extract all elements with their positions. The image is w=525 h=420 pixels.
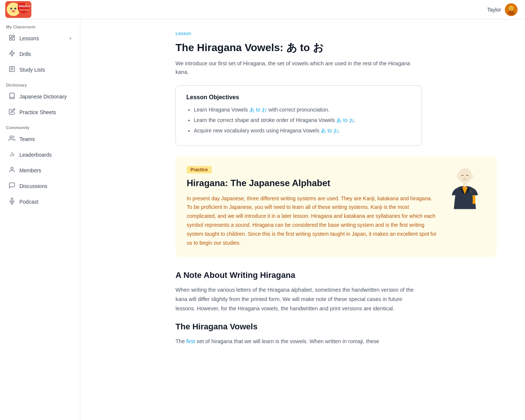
note-section-heading: A Note About Writing Hiragana bbox=[175, 270, 510, 280]
breadcrumb: Lesson bbox=[175, 31, 510, 36]
user-avatar[interactable] bbox=[505, 3, 518, 16]
monk-illustration bbox=[446, 166, 484, 211]
objective-item-2: Learn the correct shape and stroke order… bbox=[194, 116, 411, 124]
svg-rect-13 bbox=[9, 35, 11, 38]
practice-card-body: In present day Japanese, three different… bbox=[187, 194, 437, 248]
svg-text:NiHaNGo: NiHaNGo bbox=[19, 5, 30, 7]
discussions-icon bbox=[8, 182, 16, 190]
topnav-logo-area: NiHaNGo MASTER bbox=[0, 1, 80, 18]
sidebar-item-members[interactable]: Members bbox=[2, 163, 78, 178]
svg-point-12 bbox=[512, 7, 513, 8]
teams-icon bbox=[8, 135, 16, 143]
sidebar-item-podcast[interactable]: Podcast bbox=[2, 194, 78, 209]
sidebar-item-drills[interactable]: Drills bbox=[2, 47, 78, 62]
members-icon bbox=[8, 166, 16, 175]
sidebar-item-japanese-dictionary[interactable]: Japanese Dictionary bbox=[2, 89, 78, 104]
svg-rect-16 bbox=[9, 38, 11, 40]
objective-item-1: Learn Hiragana Vowels あ to お with correc… bbox=[194, 106, 411, 114]
japanese-dictionary-icon bbox=[8, 93, 16, 101]
svg-point-2 bbox=[15, 8, 16, 10]
objective-item-3: Acquire new vocabulary words using Hirag… bbox=[194, 127, 411, 135]
svg-point-1 bbox=[10, 8, 12, 10]
svg-rect-33 bbox=[463, 183, 467, 187]
podcast-icon bbox=[8, 198, 16, 206]
objectives-heading: Lesson Objectives bbox=[186, 94, 411, 101]
svg-point-22 bbox=[10, 136, 12, 138]
svg-point-26 bbox=[11, 167, 13, 169]
sidebar-item-discussions[interactable]: Discussions bbox=[2, 179, 78, 194]
lessons-icon bbox=[8, 34, 16, 43]
leaderboards-icon bbox=[8, 151, 16, 159]
svg-rect-14 bbox=[13, 35, 15, 37]
practice-badge: Practice bbox=[187, 166, 212, 173]
practice-card: Practice Hiragana: The Japanese Alphabet… bbox=[175, 156, 497, 257]
japanese-dictionary-label: Japanese Dictionary bbox=[19, 94, 67, 100]
svg-point-10 bbox=[509, 6, 513, 10]
sidebar: My Classroom Lessons ▾ Drills Study List… bbox=[0, 19, 80, 420]
practice-sheets-icon bbox=[8, 108, 16, 116]
sidebar-item-practice-sheets[interactable]: Practice Sheets bbox=[2, 105, 78, 120]
topnav-user-area: Taylor bbox=[487, 3, 518, 16]
sidebar-item-lessons[interactable]: Lessons ▾ bbox=[2, 31, 78, 46]
user-name-label: Taylor bbox=[487, 7, 501, 13]
discussions-label: Discussions bbox=[19, 183, 47, 189]
vowels-section-heading: The Hiragana Vowels bbox=[175, 322, 510, 332]
practice-card-image bbox=[444, 166, 485, 211]
lessons-label: Lessons bbox=[19, 35, 39, 41]
svg-point-11 bbox=[510, 7, 511, 8]
practice-card-title: Hiragana: The Japanese Alphabet bbox=[187, 177, 437, 189]
drills-label: Drills bbox=[19, 51, 31, 57]
sidebar-section-my-classroom: My Classroom bbox=[0, 19, 80, 31]
practice-card-content: Practice Hiragana: The Japanese Alphabet… bbox=[187, 166, 437, 247]
lessons-chevron-icon: ▾ bbox=[69, 36, 72, 41]
note-section-body: When writing the various letters of the … bbox=[175, 285, 422, 313]
page-subtitle: We introduce our first set of Hiragana, … bbox=[175, 59, 418, 76]
svg-point-9 bbox=[508, 11, 515, 15]
members-label: Members bbox=[19, 167, 41, 173]
podcast-label: Podcast bbox=[19, 199, 38, 205]
vowels-section-body: The first set of hiragana that we will l… bbox=[175, 337, 422, 346]
objectives-list: Learn Hiragana Vowels あ to お with correc… bbox=[186, 106, 411, 135]
svg-text:MASTER: MASTER bbox=[19, 9, 29, 11]
main-content: Lesson The Hiragana Vowels: あ to お We in… bbox=[161, 19, 525, 420]
svg-marker-17 bbox=[9, 51, 15, 56]
sidebar-item-teams[interactable]: Teams bbox=[2, 132, 78, 147]
sidebar-section-community: Community bbox=[0, 120, 80, 131]
top-navigation: NiHaNGo MASTER Taylor bbox=[0, 0, 525, 19]
sidebar-item-study-lists[interactable]: Study Lists bbox=[2, 62, 78, 77]
leaderboards-label: Leaderboards bbox=[19, 152, 52, 158]
teams-label: Teams bbox=[19, 136, 35, 142]
svg-point-31 bbox=[470, 175, 473, 179]
page-title: The Hiragana Vowels: あ to お bbox=[175, 41, 510, 55]
study-lists-icon bbox=[8, 66, 16, 74]
svg-point-3 bbox=[12, 10, 15, 12]
svg-point-30 bbox=[457, 175, 459, 179]
practice-sheets-label: Practice Sheets bbox=[19, 109, 56, 115]
drills-icon bbox=[8, 50, 16, 58]
sidebar-item-leaderboards[interactable]: Leaderboards bbox=[2, 147, 78, 162]
svg-rect-15 bbox=[13, 37, 15, 40]
sidebar-section-dictionary: Dictionary bbox=[0, 78, 80, 89]
objectives-box: Lesson Objectives Learn Hiragana Vowels … bbox=[175, 85, 422, 146]
study-lists-label: Study Lists bbox=[19, 67, 45, 73]
svg-point-32 bbox=[464, 177, 466, 178]
app-logo[interactable]: NiHaNGo MASTER bbox=[5, 1, 31, 18]
svg-point-29 bbox=[458, 168, 472, 184]
